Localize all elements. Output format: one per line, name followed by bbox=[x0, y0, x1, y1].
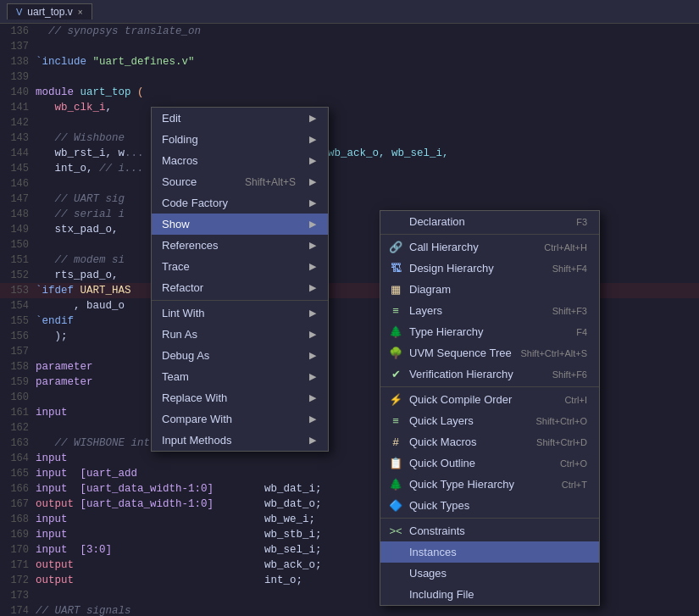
menu-item-lint-with[interactable]: Lint With ▶ bbox=[152, 302, 328, 324]
submenu-item-including-file[interactable]: Including File bbox=[380, 584, 599, 605]
title-bar: V uart_top.v × bbox=[0, 0, 699, 24]
quick-layers-icon: ≡ bbox=[389, 414, 402, 427]
verification-shortcut: Shift+F6 bbox=[552, 369, 587, 380]
menu-item-run-as-label: Run As bbox=[162, 328, 197, 341]
submenu-item-quick-compile[interactable]: ⚡ Quick Compile Order Ctrl+I bbox=[380, 389, 599, 410]
submenu-item-design-hierarchy[interactable]: 🏗 Design Hierarchy Shift+F4 bbox=[380, 258, 599, 279]
design-hierarchy-icon: 🏗 bbox=[389, 262, 402, 275]
code-line: 136 // synopsys translate_on bbox=[0, 24, 699, 39]
layers-icon: ≡ bbox=[389, 304, 402, 317]
submenu-item-usages-label: Usages bbox=[409, 567, 580, 580]
call-hierarchy-icon: 🔗 bbox=[389, 241, 402, 253]
menu-item-debug-as-label: Debug As bbox=[162, 349, 209, 362]
submenu-item-quick-type-hierarchy[interactable]: 🌲 Quick Type Hierarchy Ctrl+T bbox=[380, 474, 599, 495]
submenu-item-type-hierarchy[interactable]: 🌲 Type Hierarchy F4 bbox=[380, 321, 599, 342]
submenu-item-quick-macros-label: Quick Macros bbox=[409, 436, 530, 448]
submenu-item-quick-macros[interactable]: # Quick Macros Shift+Ctrl+D bbox=[380, 431, 599, 452]
menu-item-compare-with-label: Compare With bbox=[162, 413, 232, 425]
menu-item-macros-label: Macros bbox=[162, 154, 198, 167]
submenu-item-quick-types[interactable]: 🔷 Quick Types bbox=[380, 495, 599, 516]
tab-label: uart_top.v bbox=[27, 6, 72, 18]
submenu-divider bbox=[380, 386, 599, 387]
code-line: 139 bbox=[0, 69, 699, 85]
tab-close-icon[interactable]: × bbox=[78, 8, 83, 17]
menu-item-source-label: Source bbox=[162, 175, 197, 188]
code-line: 144 wb_rst_i, w... i, wb_stb_i, wb_cyc_i… bbox=[0, 146, 699, 161]
menu-item-show[interactable]: Show ▶ bbox=[152, 214, 328, 235]
submenu-arrow-icon: ▶ bbox=[309, 113, 316, 124]
submenu-item-instances[interactable]: Instances bbox=[380, 541, 599, 563]
constraints-icon: >< bbox=[389, 524, 402, 537]
code-line: 145 int_o, // i... bbox=[0, 161, 699, 176]
submenu-item-constraints[interactable]: >< Constraints bbox=[380, 520, 599, 541]
submenu-arrow-icon: ▶ bbox=[309, 329, 316, 340]
menu-item-debug-as[interactable]: Debug As ▶ bbox=[152, 345, 328, 366]
submenu-item-including-file-label: Including File bbox=[409, 588, 580, 601]
code-line: 143 // Wishbone bbox=[0, 130, 699, 146]
submenu-item-call-hierarchy[interactable]: 🔗 Call Hierarchy Ctrl+Alt+H bbox=[380, 236, 599, 258]
menu-item-show-label: Show bbox=[162, 218, 190, 230]
menu-item-refactor-label: Refactor bbox=[162, 281, 203, 294]
quick-outline-icon: 📋 bbox=[389, 457, 402, 469]
submenu-arrow-icon: ▶ bbox=[309, 134, 316, 145]
submenu-arrow-icon: ▶ bbox=[309, 308, 316, 319]
menu-item-team[interactable]: Team ▶ bbox=[152, 366, 328, 387]
submenu-item-layers-label: Layers bbox=[409, 304, 546, 317]
quick-type-hierarchy-shortcut: Ctrl+T bbox=[562, 480, 587, 490]
submenu-arrow-icon: ▶ bbox=[309, 435, 316, 446]
menu-item-trace-label: Trace bbox=[162, 260, 190, 273]
code-line: 140 module uart_top ( bbox=[0, 85, 699, 100]
submenu-arrow-icon: ▶ bbox=[309, 219, 316, 230]
menu-item-macros[interactable]: Macros ▶ bbox=[152, 150, 328, 171]
menu-item-team-label: Team bbox=[162, 370, 189, 383]
submenu-item-uvm-sequence-tree[interactable]: 🌳 UVM Sequence Tree Shift+Ctrl+Alt+S bbox=[380, 342, 599, 363]
quick-compile-icon: ⚡ bbox=[389, 393, 402, 406]
code-line: 147 // UART sig bbox=[0, 191, 699, 207]
submenu-arrow-icon: ▶ bbox=[309, 413, 316, 425]
menu-item-lint-with-label: Lint With bbox=[162, 307, 205, 319]
quick-macros-icon: # bbox=[389, 436, 402, 448]
menu-item-folding[interactable]: Folding ▶ bbox=[152, 129, 328, 150]
submenu-item-verification-hierarchy[interactable]: ✔ Verification Hierarchy Shift+F6 bbox=[380, 363, 599, 385]
submenu-item-quick-layers[interactable]: ≡ Quick Layers Shift+Ctrl+O bbox=[380, 410, 599, 431]
declaration-shortcut: F3 bbox=[576, 217, 587, 227]
code-editor: 136 // synopsys translate_on 137 138 `in… bbox=[0, 24, 699, 616]
submenu-item-quick-type-hierarchy-label: Quick Type Hierarchy bbox=[409, 478, 555, 491]
menu-item-source[interactable]: Source Shift+Alt+S ▶ bbox=[152, 171, 328, 192]
menu-divider bbox=[152, 300, 328, 301]
menu-item-trace[interactable]: Trace ▶ bbox=[152, 256, 328, 277]
submenu-item-quick-outline[interactable]: 📋 Quick Outline Ctrl+O bbox=[380, 452, 599, 474]
editor-tab[interactable]: V uart_top.v × bbox=[7, 3, 92, 19]
menu-item-references[interactable]: References ▶ bbox=[152, 235, 328, 256]
submenu-item-design-hierarchy-label: Design Hierarchy bbox=[409, 262, 546, 275]
show-submenu: Declaration F3 🔗 Call Hierarchy Ctrl+Alt… bbox=[380, 210, 600, 606]
submenu-item-declaration[interactable]: Declaration F3 bbox=[380, 211, 599, 232]
menu-item-refactor[interactable]: Refactor ▶ bbox=[152, 277, 328, 298]
submenu-item-call-hierarchy-label: Call Hierarchy bbox=[409, 241, 537, 253]
submenu-item-usages[interactable]: Usages bbox=[380, 563, 599, 584]
source-shortcut: Shift+Alt+S bbox=[245, 176, 296, 188]
submenu-item-layers[interactable]: ≡ Layers Shift+F3 bbox=[380, 300, 599, 321]
submenu-item-declaration-label: Declaration bbox=[409, 215, 569, 228]
menu-item-replace-with[interactable]: Replace With ▶ bbox=[152, 387, 328, 408]
menu-item-compare-with[interactable]: Compare With ▶ bbox=[152, 408, 328, 430]
call-hierarchy-shortcut: Ctrl+Alt+H bbox=[544, 242, 587, 253]
submenu-item-diagram[interactable]: ▦ Diagram bbox=[380, 279, 599, 300]
design-hierarchy-shortcut: Shift+F4 bbox=[552, 264, 587, 274]
submenu-arrow-icon: ▶ bbox=[309, 155, 316, 166]
menu-item-code-factory-label: Code Factory bbox=[162, 197, 228, 209]
type-hierarchy-icon: 🌲 bbox=[389, 325, 402, 338]
submenu-item-quick-outline-label: Quick Outline bbox=[409, 457, 553, 469]
tab-icon: V bbox=[16, 7, 22, 17]
menu-item-input-methods[interactable]: Input Methods ▶ bbox=[152, 430, 328, 451]
submenu-arrow-icon: ▶ bbox=[309, 197, 316, 208]
menu-item-input-methods-label: Input Methods bbox=[162, 434, 231, 447]
menu-item-run-as[interactable]: Run As ▶ bbox=[152, 324, 328, 345]
submenu-item-constraints-label: Constraints bbox=[409, 524, 580, 537]
context-menu: Edit ▶ Folding ▶ Macros ▶ Source Shift+A… bbox=[151, 107, 329, 452]
menu-item-code-factory[interactable]: Code Factory ▶ bbox=[152, 192, 328, 214]
submenu-arrow-icon: ▶ bbox=[309, 261, 316, 272]
menu-item-edit[interactable]: Edit ▶ bbox=[152, 108, 328, 129]
quick-outline-shortcut: Ctrl+O bbox=[560, 458, 587, 469]
quick-compile-shortcut: Ctrl+I bbox=[564, 395, 587, 405]
